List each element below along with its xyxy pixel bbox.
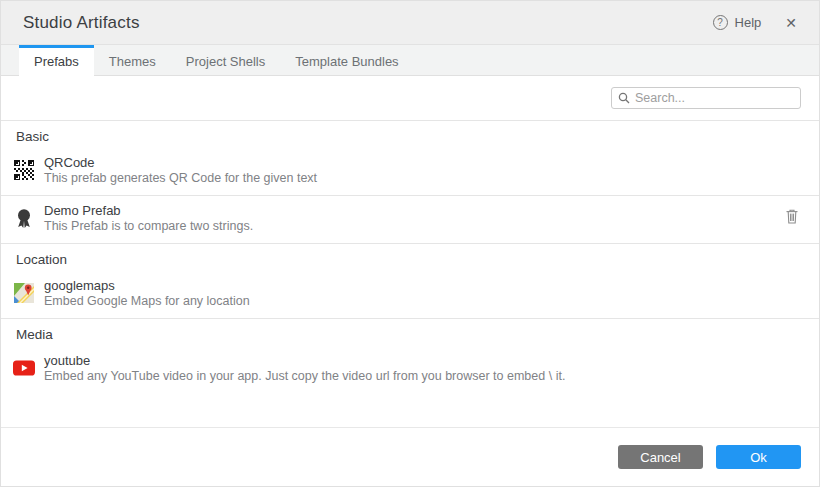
tab-template-bundles[interactable]: Template Bundles — [280, 45, 413, 75]
item-text: Demo Prefab This Prefab is to compare tw… — [44, 203, 253, 233]
item-description: Embed Google Maps for any location — [44, 294, 250, 308]
item-text: QRCode This prefab generates QR Code for… — [44, 155, 317, 185]
close-icon[interactable]: ✕ — [785, 16, 797, 30]
qrcode-icon — [13, 160, 35, 180]
googlemaps-icon — [13, 283, 35, 303]
tab-themes[interactable]: Themes — [94, 45, 171, 75]
ribbon-icon — [13, 208, 35, 228]
search-input[interactable] — [635, 91, 796, 105]
search-icon — [618, 92, 630, 104]
help-icon: ? — [713, 15, 728, 30]
section-media: Media youtube Embed any YouTube video in… — [1, 318, 819, 393]
item-title: youtube — [44, 353, 565, 368]
item-description: This Prefab is to compare two strings. — [44, 219, 253, 233]
list-item-youtube[interactable]: youtube Embed any YouTube video in your … — [1, 346, 819, 393]
header-actions: ? Help ✕ — [713, 15, 797, 30]
youtube-icon — [13, 359, 35, 377]
search-box — [611, 87, 801, 109]
help-label: Help — [735, 15, 762, 30]
search-row — [1, 76, 819, 120]
item-text: youtube Embed any YouTube video in your … — [44, 353, 565, 383]
item-title: Demo Prefab — [44, 203, 253, 218]
item-text: googlemaps Embed Google Maps for any loc… — [44, 278, 250, 308]
delete-button[interactable] — [783, 207, 801, 229]
help-button[interactable]: ? Help — [713, 15, 762, 30]
section-title: Media — [1, 319, 819, 346]
dialog-footer: Cancel Ok — [1, 427, 819, 486]
section-basic: Basic — [1, 120, 819, 243]
dialog-header: Studio Artifacts ? Help ✕ — [1, 1, 819, 45]
ok-button[interactable]: Ok — [716, 445, 801, 469]
page-title: Studio Artifacts — [23, 13, 140, 33]
item-description: This prefab generates QR Code for the gi… — [44, 171, 317, 185]
item-title: QRCode — [44, 155, 317, 170]
section-title: Basic — [1, 121, 819, 148]
tab-bar: Prefabs Themes Project Shells Template B… — [1, 45, 819, 76]
list-item-qrcode[interactable]: QRCode This prefab generates QR Code for… — [1, 148, 819, 195]
tab-prefabs[interactable]: Prefabs — [19, 45, 94, 75]
section-location: Location googlemaps — [1, 243, 819, 318]
cancel-button[interactable]: Cancel — [618, 445, 703, 469]
item-description: Embed any YouTube video in your app. Jus… — [44, 369, 565, 383]
trash-icon — [785, 209, 799, 227]
tab-content: Basic — [1, 76, 819, 429]
section-title: Location — [1, 244, 819, 271]
item-title: googlemaps — [44, 278, 250, 293]
list-item-googlemaps[interactable]: googlemaps Embed Google Maps for any loc… — [1, 271, 819, 318]
tab-project-shells[interactable]: Project Shells — [171, 45, 280, 75]
studio-artifacts-dialog: Studio Artifacts ? Help ✕ Prefabs Themes… — [0, 0, 820, 487]
list-item-demo-prefab[interactable]: Demo Prefab This Prefab is to compare tw… — [1, 195, 819, 243]
item-actions — [783, 207, 801, 229]
